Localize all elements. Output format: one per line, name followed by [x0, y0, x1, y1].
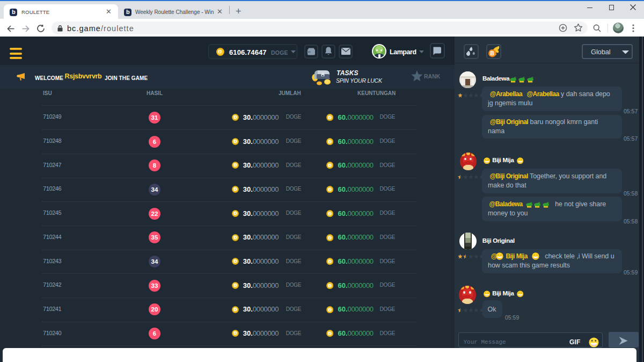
svg-text:Đ: Đ: [328, 211, 332, 216]
svg-text:Đ: Đ: [328, 139, 332, 144]
svg-text:Đ: Đ: [233, 163, 237, 168]
svg-text:Đ: Đ: [328, 163, 332, 168]
svg-text:Đ: Đ: [328, 115, 332, 120]
svg-text:Đ: Đ: [233, 187, 237, 192]
svg-text:Đ: Đ: [233, 211, 237, 216]
svg-text:Đ: Đ: [328, 331, 332, 336]
svg-text:Đ: Đ: [328, 283, 332, 288]
svg-text:Đ: Đ: [233, 331, 237, 336]
svg-text:Đ: Đ: [233, 115, 237, 120]
svg-text:Đ: Đ: [328, 307, 332, 312]
svg-text:B: B: [490, 50, 494, 56]
svg-text:Đ: Đ: [233, 259, 237, 264]
svg-text:Đ: Đ: [328, 235, 332, 240]
svg-text:Đ: Đ: [233, 283, 237, 288]
svg-text:Đ: Đ: [328, 259, 332, 264]
svg-text:Đ: Đ: [328, 187, 332, 192]
svg-text:Đ: Đ: [233, 139, 237, 144]
svg-text:Đ: Đ: [233, 307, 237, 312]
svg-text:Đ: Đ: [233, 235, 237, 240]
